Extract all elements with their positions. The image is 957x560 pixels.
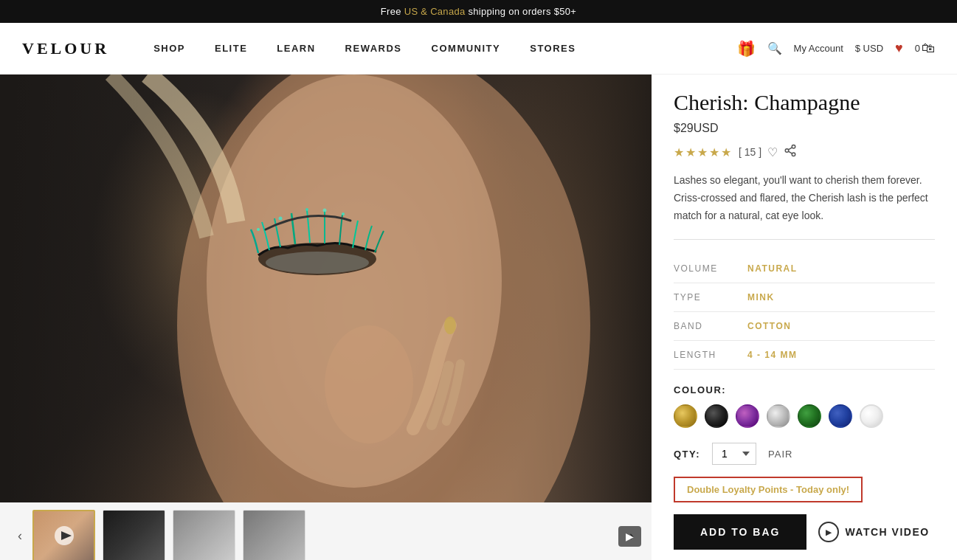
qty-select[interactable]: 1 2 3 4 5 (712, 443, 756, 465)
nav-community[interactable]: COMMUNITY (432, 43, 501, 54)
cart-area[interactable]: 0 🛍 (915, 41, 935, 56)
spec-value: COTTON (747, 312, 935, 341)
thumbnail-4[interactable] (243, 510, 305, 560)
loyalty-banner: Double Loyalty Points - Today only! (674, 477, 863, 502)
product-title: Cherish: Champagne (674, 89, 935, 116)
product-image-area: ‹ › ▶ (0, 75, 652, 557)
header-actions: 🎁 🔍 My Account $ USD ♥ 0 🛍 (737, 40, 935, 58)
thumb-play-icon (53, 525, 75, 547)
nav-rewards[interactable]: REWARDS (345, 43, 402, 54)
qty-label: QTY: (674, 449, 700, 460)
pair-label: PAIR (768, 449, 792, 460)
thumbnail-2[interactable] (103, 510, 165, 560)
nav-elite[interactable]: ELITE (215, 43, 247, 54)
spec-label: LENGTH (674, 341, 747, 370)
spec-value: MINK (747, 283, 935, 312)
wishlist-icon[interactable]: ♥ (895, 41, 903, 56)
product-wishlist-icon[interactable]: ♡ (767, 145, 778, 159)
banner-text-after: shipping on orders $50+ (465, 6, 576, 17)
review-count[interactable]: [ 15 ] (739, 146, 761, 158)
cart-icon[interactable]: 🛍 (922, 41, 935, 56)
logo[interactable]: VELOUR (22, 39, 109, 58)
product-description: Lashes so elegant, you'll want to cheris… (674, 172, 935, 240)
spec-row: LENGTH 4 - 14 MM (674, 341, 935, 370)
main-nav: SHOP ELITE LEARN REWARDS COMMUNITY STORE… (153, 43, 736, 54)
thumbnails-row: ‹ › ▶ (0, 502, 652, 560)
swatch-green[interactable] (798, 404, 821, 428)
thumbnail-1[interactable] (32, 510, 95, 560)
play-circle-icon: ▶ (818, 522, 839, 542)
loyalty-text: Double Loyalty Points - Today only! (687, 484, 849, 495)
star-rating: ★★★★★ (674, 145, 733, 159)
rating-row: ★★★★★ [ 15 ] ♡ (674, 144, 935, 160)
product-info: Cherish: Champagne $29USD ★★★★★ [ 15 ] ♡… (652, 75, 957, 557)
spec-row: VOLUME NATURAL (674, 255, 935, 283)
watch-video-label: WATCH VIDEO (845, 526, 929, 538)
header: VELOUR SHOP ELITE LEARN REWARDS COMMUNIT… (0, 23, 957, 75)
swatch-silver[interactable] (767, 404, 790, 428)
spec-row: BAND COTTON (674, 312, 935, 341)
svg-point-15 (785, 149, 789, 153)
search-icon[interactable]: 🔍 (767, 41, 782, 55)
nav-shop[interactable]: SHOP (153, 43, 185, 54)
swatch-black[interactable] (705, 404, 728, 428)
thumbnail-3[interactable] (173, 510, 235, 560)
main-content: ‹ › ▶ Cherish: Champagne $2 (0, 75, 957, 557)
svg-line-18 (789, 148, 792, 150)
nav-stores[interactable]: STORES (530, 43, 576, 54)
gift-icon[interactable]: 🎁 (737, 40, 756, 58)
currency-selector[interactable]: $ USD (855, 43, 883, 54)
spec-label: TYPE (674, 283, 747, 312)
action-buttons: ADD TO BAG ▶ WATCH VIDEO (674, 514, 935, 550)
top-banner: Free US & Canada shipping on orders $50+ (0, 0, 957, 23)
video-button[interactable]: ▶ (618, 526, 641, 547)
banner-highlight: US & Canada (404, 6, 466, 17)
spec-label: VOLUME (674, 255, 747, 283)
colour-swatches (674, 404, 935, 428)
swatch-purple[interactable] (736, 404, 759, 428)
account-link[interactable]: My Account (794, 43, 843, 54)
svg-point-16 (792, 153, 795, 156)
spec-row: TYPE MINK (674, 283, 935, 312)
spec-label: BAND (674, 312, 747, 341)
svg-line-17 (789, 151, 792, 153)
swatch-gold[interactable] (674, 404, 697, 428)
banner-text-before: Free (381, 6, 404, 17)
specs-table: VOLUME NATURAL TYPE MINK BAND COTTON LEN… (674, 255, 935, 370)
swatch-white[interactable] (860, 404, 883, 428)
cart-count: 0 (915, 43, 920, 54)
nav-learn[interactable]: LEARN (277, 43, 315, 54)
svg-point-14 (792, 145, 795, 149)
share-icon[interactable] (784, 144, 797, 160)
main-product-image (0, 75, 652, 502)
thumbnail-list (32, 510, 619, 560)
swatch-blue[interactable] (829, 404, 852, 428)
watch-video-button[interactable]: ▶ WATCH VIDEO (818, 522, 929, 542)
qty-row: QTY: 1 2 3 4 5 PAIR (674, 443, 935, 465)
add-to-bag-button[interactable]: ADD TO BAG (674, 514, 806, 550)
thumb-prev-button[interactable]: ‹ (15, 528, 25, 544)
product-price: $29USD (674, 122, 935, 135)
spec-value: NATURAL (747, 255, 935, 283)
colour-label: COLOUR: (674, 384, 935, 395)
spec-value: 4 - 14 MM (747, 341, 935, 370)
